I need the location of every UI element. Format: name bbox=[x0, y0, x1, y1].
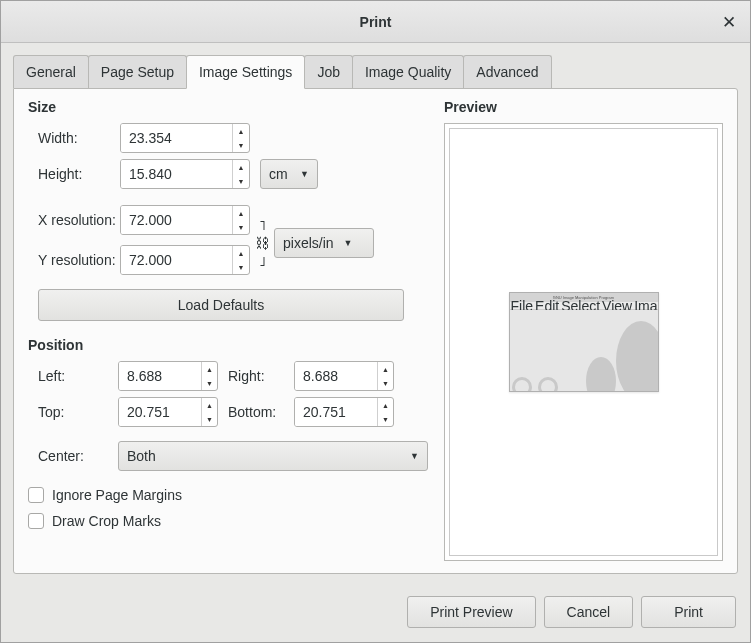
size-heading: Size bbox=[28, 99, 428, 115]
titlebar: Print ✕ bbox=[1, 1, 750, 43]
unit-linear-combo[interactable]: cm ▼ bbox=[260, 159, 318, 189]
unit-linear-value: cm bbox=[269, 166, 288, 182]
xres-label: X resolution: bbox=[28, 212, 120, 228]
dialog-footer: Print Preview Cancel Print bbox=[1, 586, 750, 642]
preview-thumb-canvas bbox=[510, 310, 658, 391]
left-input[interactable] bbox=[119, 362, 201, 390]
center-label: Center: bbox=[28, 448, 108, 464]
print-dialog: Print ✕ General Page Setup Image Setting… bbox=[0, 0, 751, 643]
tab-general[interactable]: General bbox=[13, 55, 89, 88]
preview-page[interactable]: GNU Image Manipulation Program FileEditS… bbox=[449, 128, 718, 556]
width-input[interactable] bbox=[121, 124, 232, 152]
xres-field[interactable]: ▲▼ bbox=[120, 205, 250, 235]
tab-image-settings[interactable]: Image Settings bbox=[186, 55, 305, 89]
bottom-label: Bottom: bbox=[228, 404, 284, 420]
top-label: Top: bbox=[28, 404, 108, 420]
tab-panel: Size Width: ▲▼ Height: ▲▼ bbox=[13, 88, 738, 574]
close-icon[interactable]: ✕ bbox=[718, 11, 740, 33]
resolution-chain-icon[interactable]: ˥⛓˩ bbox=[250, 205, 274, 281]
yres-spinner[interactable]: ▲▼ bbox=[232, 246, 249, 274]
width-field[interactable]: ▲▼ bbox=[120, 123, 250, 153]
right-input[interactable] bbox=[295, 362, 377, 390]
print-preview-button[interactable]: Print Preview bbox=[407, 596, 535, 628]
center-combo[interactable]: Both ▼ bbox=[118, 441, 428, 471]
yres-field[interactable]: ▲▼ bbox=[120, 245, 250, 275]
tab-job[interactable]: Job bbox=[304, 55, 353, 88]
tab-advanced[interactable]: Advanced bbox=[463, 55, 551, 88]
width-label: Width: bbox=[28, 130, 120, 146]
yres-input[interactable] bbox=[121, 246, 232, 274]
position-heading: Position bbox=[28, 337, 428, 353]
bottom-input[interactable] bbox=[295, 398, 377, 426]
right-spinner[interactable]: ▲▼ bbox=[377, 362, 393, 390]
print-button[interactable]: Print bbox=[641, 596, 736, 628]
unit-resolution-value: pixels/in bbox=[283, 235, 334, 251]
yres-label: Y resolution: bbox=[28, 252, 120, 268]
preview-frame: GNU Image Manipulation Program FileEditS… bbox=[444, 123, 723, 561]
tab-page-setup[interactable]: Page Setup bbox=[88, 55, 187, 88]
right-field[interactable]: ▲▼ bbox=[294, 361, 394, 391]
left-label: Left: bbox=[28, 368, 108, 384]
width-spinner[interactable]: ▲▼ bbox=[232, 124, 249, 152]
window-title: Print bbox=[360, 14, 392, 30]
right-label: Right: bbox=[228, 368, 284, 384]
ignore-margins-label: Ignore Page Margins bbox=[52, 487, 182, 503]
height-field[interactable]: ▲▼ bbox=[120, 159, 250, 189]
top-spinner[interactable]: ▲▼ bbox=[201, 398, 217, 426]
chevron-down-icon: ▼ bbox=[344, 238, 353, 248]
chevron-down-icon: ▼ bbox=[300, 169, 309, 179]
left-field[interactable]: ▲▼ bbox=[118, 361, 218, 391]
left-spinner[interactable]: ▲▼ bbox=[201, 362, 217, 390]
xres-spinner[interactable]: ▲▼ bbox=[232, 206, 249, 234]
xres-input[interactable] bbox=[121, 206, 232, 234]
preview-thumb-menubar: FileEditSelectViewImageLayerColorsToolsF… bbox=[510, 302, 658, 310]
unit-resolution-combo[interactable]: pixels/in ▼ bbox=[274, 228, 374, 258]
load-defaults-button[interactable]: Load Defaults bbox=[38, 289, 404, 321]
bottom-spinner[interactable]: ▲▼ bbox=[377, 398, 393, 426]
height-input[interactable] bbox=[121, 160, 232, 188]
preview-heading: Preview bbox=[444, 99, 723, 115]
top-field[interactable]: ▲▼ bbox=[118, 397, 218, 427]
preview-image-thumbnail[interactable]: GNU Image Manipulation Program FileEditS… bbox=[509, 292, 659, 392]
bottom-field[interactable]: ▲▼ bbox=[294, 397, 394, 427]
cancel-button[interactable]: Cancel bbox=[544, 596, 634, 628]
ignore-margins-checkbox[interactable] bbox=[28, 487, 44, 503]
crop-marks-label: Draw Crop Marks bbox=[52, 513, 161, 529]
crop-marks-checkbox[interactable] bbox=[28, 513, 44, 529]
tab-image-quality[interactable]: Image Quality bbox=[352, 55, 464, 88]
center-value: Both bbox=[127, 448, 156, 464]
tab-bar: General Page Setup Image Settings Job Im… bbox=[13, 55, 738, 88]
height-label: Height: bbox=[28, 166, 120, 182]
height-spinner[interactable]: ▲▼ bbox=[232, 160, 249, 188]
top-input[interactable] bbox=[119, 398, 201, 426]
chevron-down-icon: ▼ bbox=[410, 451, 419, 461]
